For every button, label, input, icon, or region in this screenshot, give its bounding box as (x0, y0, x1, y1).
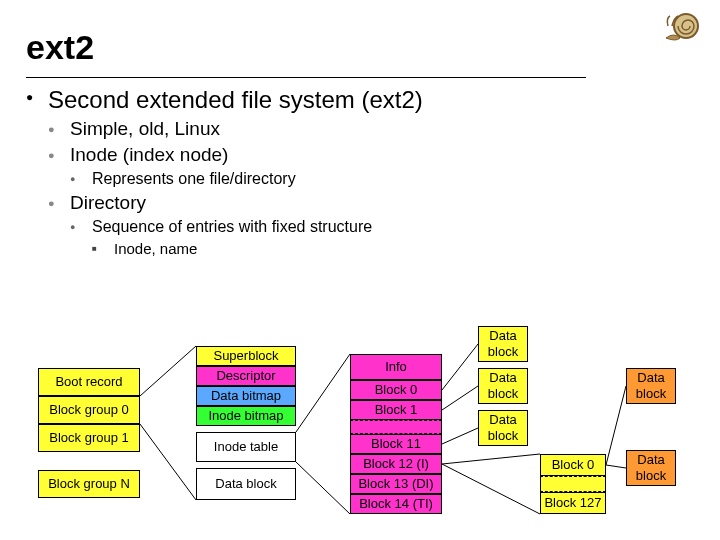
inode-block-13: Block 13 (DI) (350, 474, 442, 494)
bullet-dir-leaf: Inode, name (92, 240, 694, 257)
left-block-group-0: Block group 0 (38, 396, 140, 424)
index-block-0: Block 0 (540, 454, 606, 476)
mid-descriptor: Descriptor (196, 366, 296, 386)
inode-block-14: Block 14 (TI) (350, 494, 442, 514)
mid-data-bitmap: Data bitmap (196, 386, 296, 406)
inode-gap (350, 420, 442, 434)
svg-line-4 (296, 462, 350, 514)
bullet-inode: Inode (index node) (48, 144, 694, 166)
left-boot-record: Boot record (38, 368, 140, 396)
slide-title: ext2 (26, 28, 694, 67)
svg-line-11 (606, 465, 626, 468)
svg-line-5 (442, 344, 478, 390)
svg-line-2 (140, 424, 196, 500)
inode-block-1: Block 1 (350, 400, 442, 420)
inode-info: Info (350, 354, 442, 380)
data-block-far-1: Data block (626, 368, 676, 404)
slide: ext2 Second extended file system (ext2) … (0, 0, 720, 540)
svg-line-3 (296, 354, 350, 432)
svg-line-8 (442, 454, 540, 464)
svg-line-10 (606, 386, 626, 465)
index-block-127: Block 127 (540, 492, 606, 514)
title-rule (26, 77, 586, 78)
data-block-3: Data block (478, 410, 528, 446)
bullet-inode-detail: Represents one file/directory (70, 170, 694, 188)
inode-block-0: Block 0 (350, 380, 442, 400)
data-block-1: Data block (478, 326, 528, 362)
index-gap (540, 476, 606, 492)
bullet-main: Second extended file system (ext2) (26, 86, 694, 114)
svg-line-9 (442, 464, 540, 514)
inode-block-12: Block 12 (I) (350, 454, 442, 474)
mid-data-block: Data block (196, 468, 296, 500)
svg-line-6 (442, 386, 478, 410)
left-block-group-1: Block group 1 (38, 424, 140, 452)
data-block-far-2: Data block (626, 450, 676, 486)
bullet-dir-detail: Sequence of entries with fixed structure (70, 218, 694, 236)
mid-inode-table: Inode table (196, 432, 296, 462)
inode-block-11: Block 11 (350, 434, 442, 454)
svg-line-1 (140, 346, 196, 396)
mid-superblock: Superblock (196, 346, 296, 366)
svg-line-7 (442, 428, 478, 444)
data-block-2: Data block (478, 368, 528, 404)
bullet-directory: Directory (48, 192, 694, 214)
left-block-group-n: Block group N (38, 470, 140, 498)
snail-icon (660, 6, 704, 46)
mid-inode-bitmap: Inode bitmap (196, 406, 296, 426)
bullet-simple: Simple, old, Linux (48, 118, 694, 140)
